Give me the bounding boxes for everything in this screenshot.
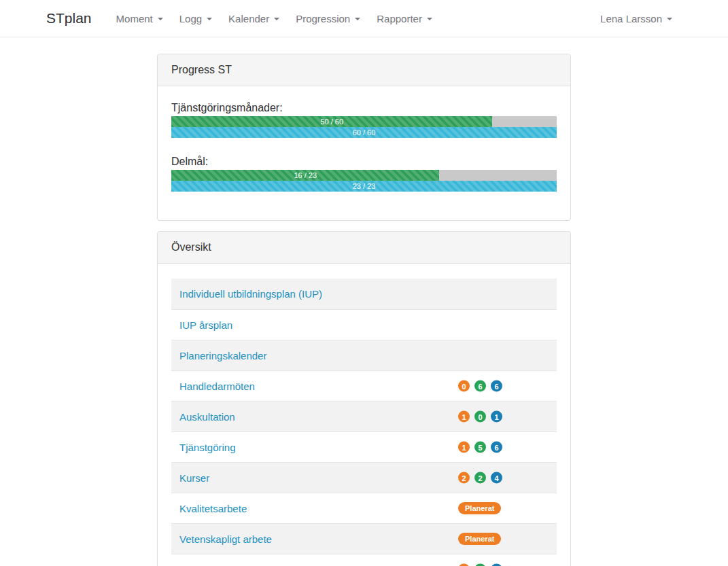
main-content: Progress ST Tjänstgöringsmånader: 50 / 6… <box>157 54 571 566</box>
count-badge-orange: 1 <box>458 442 470 453</box>
list-item: IUP årsplan <box>171 309 557 340</box>
top-navbar: STplan Moment Logg Kalender Progression … <box>0 0 728 37</box>
badge-group: 0 0 0 <box>458 564 502 566</box>
count-badge-green: 0 <box>474 564 486 566</box>
list-item: Individuell utbildningsplan (IUP) <box>171 279 557 309</box>
caret-down-icon <box>427 18 432 20</box>
progress-bar-goals-done: 16 / 23 <box>171 170 439 181</box>
badge-group: 1 0 1 <box>458 411 502 423</box>
badge-group: Planerat <box>458 502 501 514</box>
nav-item-rapporter[interactable]: Rapporter <box>368 7 440 30</box>
progress-track: 50 / 60 <box>171 116 557 127</box>
overview-link-vetenskapligt-arbete[interactable]: Vetenskapligt arbete <box>179 533 272 545</box>
caret-down-icon <box>207 18 212 20</box>
count-badge-orange: 2 <box>458 472 470 484</box>
overview-link-kvalitetsarbete[interactable]: Kvalitetsarbete <box>179 503 247 514</box>
nav-item-moment[interactable]: Moment <box>108 7 171 30</box>
count-badge-green: 0 <box>474 411 486 423</box>
overview-link-handledarmoten[interactable]: Handledarmöten <box>179 381 255 392</box>
badge-group: 0 6 6 <box>458 381 502 392</box>
overview-link-tjanstgoring[interactable]: Tjänstgöring <box>179 442 236 453</box>
list-item: Kvalitetsarbete Planerat <box>171 493 557 523</box>
overview-link-iup-arsplan[interactable]: IUP årsplan <box>179 319 232 331</box>
badge-group: 1 5 6 <box>458 442 502 453</box>
list-item: Medisttning (papper) 0 0 0 <box>171 554 557 566</box>
overview-link-planeringskalender[interactable]: Planeringskalender <box>179 350 266 361</box>
user-menu[interactable]: Lena Larsson <box>597 7 675 30</box>
progress-card: Progress ST Tjänstgöringsmånader: 50 / 6… <box>157 54 571 221</box>
nav-item-progression[interactable]: Progression <box>288 7 368 30</box>
overview-link-iup[interactable]: Individuell utbildningsplan (IUP) <box>179 288 322 300</box>
overview-card-body: Individuell utbildningsplan (IUP) IUP år… <box>158 264 570 566</box>
nav-item-label: Logg <box>179 13 202 24</box>
count-badge-orange: 0 <box>458 381 470 392</box>
brand-logo[interactable]: STplan <box>46 10 92 26</box>
caret-down-icon <box>667 18 672 20</box>
badge-group: Planerat <box>458 533 501 545</box>
list-item: Kurser 2 2 4 <box>171 462 557 493</box>
progress-bar-months-done: 50 / 60 <box>171 116 492 127</box>
caret-down-icon <box>274 18 279 20</box>
delmal-group: Delmål: 16 / 23 23 / 23 <box>171 155 557 192</box>
count-badge-green: 5 <box>474 442 486 453</box>
overview-card: Översikt Individuell utbildningsplan (IU… <box>157 231 571 566</box>
count-badge-blue: 1 <box>491 411 502 423</box>
status-badge-planerat: Planerat <box>458 502 501 514</box>
badge-group: 2 2 4 <box>458 472 502 484</box>
list-item: Handledarmöten 0 6 6 <box>171 370 557 401</box>
count-badge-orange: 1 <box>458 411 470 423</box>
count-badge-blue: 6 <box>491 442 502 453</box>
progress-track: 16 / 23 <box>171 170 557 181</box>
list-item: Auskultation 1 0 1 <box>171 401 557 431</box>
progress-bar-value: 50 / 60 <box>320 116 343 127</box>
overview-card-header: Översikt <box>158 232 570 264</box>
count-badge-green: 6 <box>474 381 486 392</box>
progress-track: 23 / 23 <box>171 181 557 192</box>
nav-item-label: Progression <box>296 13 350 24</box>
main-nav: Moment Logg Kalender Progression Rapport… <box>108 7 440 30</box>
nav-item-label: Moment <box>116 13 153 24</box>
list-item: Vetenskapligt arbete Planerat <box>171 523 557 554</box>
service-months-label: Tjänstgöringsmånader: <box>171 101 557 115</box>
caret-down-icon <box>355 18 360 20</box>
caret-down-icon <box>158 18 163 20</box>
status-badge-planerat: Planerat <box>458 533 501 545</box>
count-badge-blue: 0 <box>491 564 502 566</box>
delmal-label: Delmål: <box>171 155 557 169</box>
nav-item-label: Rapporter <box>377 13 422 24</box>
count-badge-blue: 4 <box>491 472 502 484</box>
progress-bar-months-planned: 60 / 60 <box>171 127 557 138</box>
progress-bar-goals-planned: 23 / 23 <box>171 181 557 192</box>
progress-bar-value: 60 / 60 <box>353 127 376 138</box>
service-months-group: Tjänstgöringsmånader: 50 / 60 60 / 60 <box>171 101 557 138</box>
user-name: Lena Larsson <box>600 13 662 24</box>
nav-item-label: Kalender <box>228 13 269 24</box>
list-item: Tjänstgöring 1 5 6 <box>171 431 557 462</box>
overview-link-auskultation[interactable]: Auskultation <box>179 411 235 423</box>
count-badge-orange: 0 <box>458 564 470 566</box>
progress-bar-value: 16 / 23 <box>294 170 317 181</box>
progress-card-body: Tjänstgöringsmånader: 50 / 60 60 / 60 De… <box>158 86 570 220</box>
nav-item-logg[interactable]: Logg <box>171 7 220 30</box>
list-item: Planeringskalender <box>171 340 557 370</box>
progress-track: 60 / 60 <box>171 127 557 138</box>
progress-card-header: Progress ST <box>158 54 570 86</box>
overview-link-medisttning[interactable]: Medisttning (papper) <box>179 564 273 566</box>
nav-item-kalender[interactable]: Kalender <box>220 7 288 30</box>
progress-bar-value: 23 / 23 <box>353 181 376 192</box>
count-badge-blue: 6 <box>491 381 502 392</box>
overview-link-kurser[interactable]: Kurser <box>179 472 209 484</box>
count-badge-green: 2 <box>474 472 486 484</box>
